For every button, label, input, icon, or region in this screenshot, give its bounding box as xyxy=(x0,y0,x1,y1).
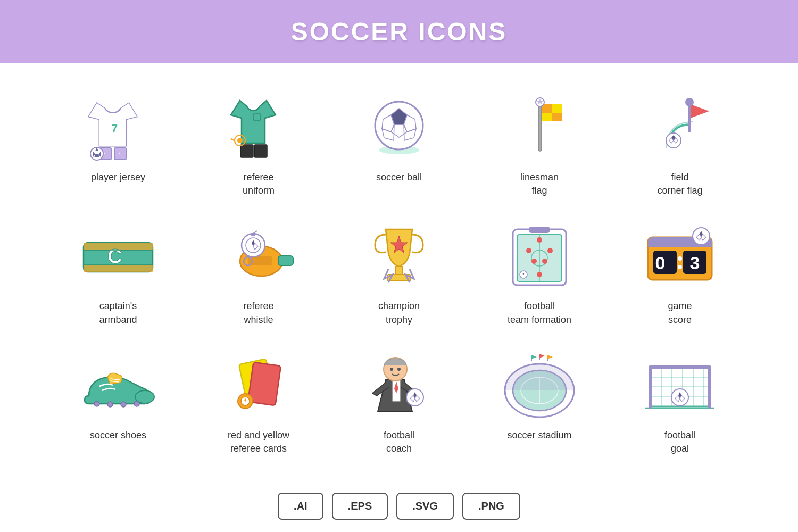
svg-point-64 xyxy=(537,272,542,277)
format-png[interactable]: .PNG xyxy=(462,493,520,520)
svg-point-63 xyxy=(542,259,547,264)
svg-marker-107 xyxy=(531,355,537,359)
svg-point-95 xyxy=(390,368,393,371)
svg-rect-48 xyxy=(251,234,255,236)
svg-text:7: 7 xyxy=(111,122,118,135)
icon-football-team-formation xyxy=(497,219,582,293)
svg-text:3: 3 xyxy=(690,253,700,273)
svg-marker-109 xyxy=(539,354,545,358)
icon-referee-whistle xyxy=(216,219,301,293)
svg-rect-124 xyxy=(649,365,711,369)
svg-point-72 xyxy=(678,256,682,261)
svg-point-59 xyxy=(537,237,542,243)
icon-item-soccer-shoes: soccer shoes xyxy=(53,348,183,455)
icon-item-referee-uniform: refereeuniform xyxy=(194,90,323,197)
icon-item-player-jersey: 7 7 7 player jersey xyxy=(53,90,183,197)
icon-item-football-goal: footballgoal xyxy=(615,348,745,455)
icon-player-jersey: 7 7 7 xyxy=(76,90,161,164)
icon-item-football-coach: footballcoach xyxy=(334,348,464,455)
icon-label-football-team-formation: footballteam formation xyxy=(508,300,571,326)
icon-soccer-ball xyxy=(356,90,442,164)
svg-point-60 xyxy=(526,248,531,253)
icon-item-game-score: 0 3 gamescore xyxy=(615,219,745,326)
icons-grid: 7 7 7 player jersey xyxy=(53,90,745,455)
icon-captains-armband: C xyxy=(76,219,161,293)
icon-item-linesman-flag: linesmanflag xyxy=(475,90,604,197)
svg-rect-54 xyxy=(529,227,550,233)
icon-label-game-score: gamescore xyxy=(668,300,692,326)
icon-label-field-corner-flag: fieldcorner flag xyxy=(657,171,702,197)
format-svg[interactable]: .SVG xyxy=(396,493,454,520)
svg-rect-23 xyxy=(552,104,562,113)
icon-item-captains-armband: C captain'sarmband xyxy=(53,219,183,326)
svg-point-62 xyxy=(531,259,537,264)
svg-rect-20 xyxy=(538,103,542,151)
main-content: 7 7 7 player jersey xyxy=(0,63,798,477)
icon-soccer-stadium xyxy=(497,348,582,422)
icon-item-champion-trophy: championtrophy xyxy=(334,219,464,326)
svg-line-11 xyxy=(231,139,235,140)
svg-marker-111 xyxy=(547,355,553,359)
icon-champion-trophy xyxy=(356,219,442,293)
svg-point-33 xyxy=(685,98,694,106)
icon-label-red-yellow-cards: red and yellowreferee cards xyxy=(228,429,289,455)
svg-rect-122 xyxy=(649,365,652,409)
icon-linesman-flag xyxy=(497,90,582,164)
svg-rect-41 xyxy=(278,256,293,265)
icon-label-champion-trophy: championtrophy xyxy=(378,300,420,326)
icon-item-soccer-ball: soccer ball xyxy=(334,90,464,197)
svg-text:0: 0 xyxy=(655,253,666,273)
icon-label-captains-armband: captain'sarmband xyxy=(99,300,137,326)
icon-label-football-goal: footballgoal xyxy=(664,429,695,455)
format-eps[interactable]: .EPS xyxy=(332,493,388,520)
page-title: SOCCER ICONS xyxy=(0,17,798,46)
svg-point-86 xyxy=(134,401,139,406)
svg-point-85 xyxy=(121,402,126,407)
format-ai[interactable]: .AI xyxy=(278,493,323,520)
svg-point-10 xyxy=(237,138,243,143)
svg-point-73 xyxy=(678,265,682,269)
icon-item-football-team-formation: footballteam formation xyxy=(475,219,604,326)
footer: .AI .EPS .SVG .PNG xyxy=(0,477,798,532)
icon-red-yellow-cards xyxy=(216,348,301,422)
svg-point-61 xyxy=(547,248,553,253)
icon-soccer-shoes xyxy=(76,348,161,422)
icon-label-referee-uniform: refereeuniform xyxy=(243,171,275,197)
icon-football-goal xyxy=(637,348,722,422)
icon-game-score: 0 3 xyxy=(637,219,722,293)
page-header: SOCCER ICONS xyxy=(0,0,798,63)
icon-item-soccer-stadium: soccer stadium xyxy=(475,348,604,455)
icon-field-corner-flag xyxy=(637,90,722,164)
svg-rect-123 xyxy=(708,365,711,409)
icon-label-soccer-ball: soccer ball xyxy=(376,171,422,184)
svg-point-83 xyxy=(94,401,99,406)
svg-text:7: 7 xyxy=(118,151,121,157)
svg-marker-28 xyxy=(691,104,709,118)
svg-point-84 xyxy=(107,402,113,407)
icon-label-player-jersey: player jersey xyxy=(91,171,145,184)
icon-label-soccer-shoes: soccer shoes xyxy=(90,429,146,442)
icon-label-referee-whistle: refereewhistle xyxy=(243,300,273,326)
icon-item-red-yellow-cards: red and yellowreferee cards xyxy=(194,348,323,455)
icon-football-coach xyxy=(356,348,442,422)
svg-text:C: C xyxy=(107,245,122,268)
svg-rect-7 xyxy=(240,145,253,157)
icon-label-soccer-stadium: soccer stadium xyxy=(507,429,571,442)
icon-item-referee-whistle: refereewhistle xyxy=(194,219,323,326)
icon-item-field-corner-flag: fieldcorner flag xyxy=(615,90,745,197)
svg-point-96 xyxy=(397,368,401,371)
svg-rect-8 xyxy=(254,145,267,157)
svg-rect-25 xyxy=(552,113,562,121)
icon-label-football-coach: footballcoach xyxy=(384,429,414,455)
icon-label-linesman-flag: linesmanflag xyxy=(520,171,559,197)
icon-referee-uniform xyxy=(216,90,301,164)
svg-rect-27 xyxy=(688,103,691,132)
svg-rect-24 xyxy=(542,113,552,121)
